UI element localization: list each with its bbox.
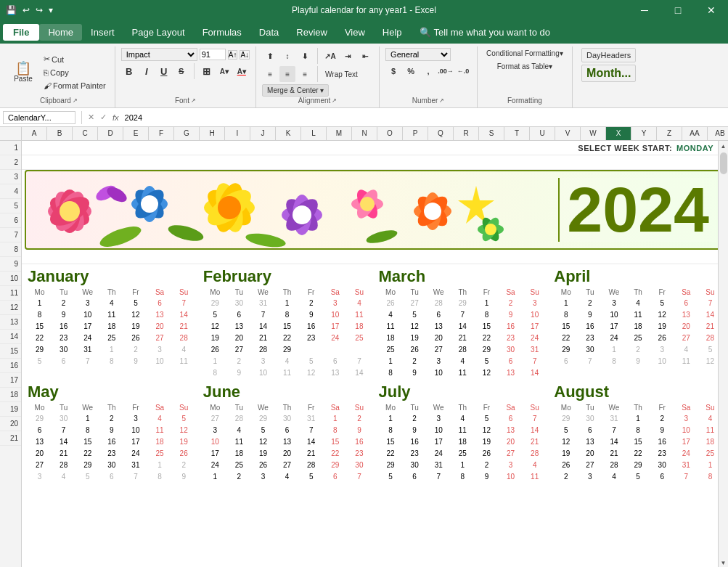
paste-button[interactable]: 📋 Paste	[9, 60, 38, 85]
col-header-B[interactable]: B	[47, 127, 73, 140]
col-header-S[interactable]: S	[479, 127, 504, 140]
border-button[interactable]: ⊞	[199, 63, 215, 79]
dialog-launcher-icon[interactable]: ↗	[73, 97, 78, 104]
col-header-X[interactable]: X	[606, 127, 631, 140]
align-middle-button[interactable]: ↕	[279, 48, 295, 64]
strikethrough-button[interactable]: S	[173, 63, 189, 79]
row-num-8[interactable]: 8	[0, 242, 21, 257]
number-format-select[interactable]: General	[385, 48, 451, 61]
col-header-D[interactable]: D	[98, 127, 123, 140]
col-header-AB[interactable]: AB	[708, 127, 728, 140]
underline-button[interactable]: U	[156, 63, 172, 79]
row-num-9[interactable]: 9	[0, 257, 21, 272]
row-num-13[interactable]: 13	[0, 315, 21, 330]
menu-page-layout[interactable]: Page Layout	[123, 24, 194, 41]
menu-help[interactable]: Help	[374, 24, 411, 41]
col-header-Z[interactable]: Z	[657, 127, 682, 140]
row-num-12[interactable]: 12	[0, 301, 21, 315]
col-header-F[interactable]: F	[149, 127, 174, 140]
close-button[interactable]: ✕	[695, 0, 728, 20]
restore-button[interactable]: □	[661, 0, 695, 20]
fill-color-button[interactable]: A▾	[216, 63, 232, 79]
col-header-C[interactable]: C	[73, 127, 98, 140]
save-icon[interactable]: 💾	[6, 5, 17, 15]
col-header-O[interactable]: O	[377, 127, 403, 140]
align-left-button[interactable]: ≡	[262, 66, 278, 82]
col-header-U[interactable]: U	[530, 127, 555, 140]
italic-button[interactable]: I	[139, 63, 155, 79]
menu-insert[interactable]: Insert	[82, 24, 123, 41]
decrease-decimal-button[interactable]: ←.0	[455, 63, 471, 79]
align-top-button[interactable]: ⬆	[262, 48, 278, 64]
merge-center-button[interactable]: Merge & Center ▾	[262, 84, 329, 97]
col-header-T[interactable]: T	[504, 127, 530, 140]
row-num-7[interactable]: 7	[0, 228, 21, 242]
row-num-15[interactable]: 15	[0, 344, 21, 359]
row-num-17[interactable]: 17	[0, 373, 21, 388]
row-num-5[interactable]: 5	[0, 199, 21, 213]
confirm-icon[interactable]: ✓	[100, 113, 107, 122]
row-num-19[interactable]: 19	[0, 402, 21, 417]
menu-formulas[interactable]: Formulas	[194, 24, 250, 41]
redo-icon[interactable]: ↪	[36, 5, 43, 15]
row-num-18[interactable]: 18	[0, 388, 21, 402]
undo-icon[interactable]: ↩	[23, 5, 30, 15]
row-num-1[interactable]: 1	[0, 141, 21, 155]
row-num-21[interactable]: 21	[0, 431, 21, 446]
row-num-10[interactable]: 10	[0, 272, 21, 286]
cancel-icon[interactable]: ✕	[88, 113, 94, 122]
number-dialog-icon[interactable]: ↗	[439, 97, 444, 104]
row-num-2[interactable]: 2	[0, 155, 21, 170]
increase-indent-button[interactable]: ⇥	[340, 48, 356, 64]
tell-me-field[interactable]: 🔍 Tell me what you want to do	[411, 24, 559, 41]
font-size-increase[interactable]: A↑	[228, 50, 238, 60]
col-header-Q[interactable]: Q	[428, 127, 454, 140]
currency-button[interactable]: $	[385, 63, 401, 79]
fx-icon[interactable]: fx	[113, 113, 119, 122]
col-header-G[interactable]: G	[174, 127, 200, 140]
percent-button[interactable]: %	[403, 63, 419, 79]
scroll-down-button[interactable]: ▼	[719, 558, 729, 567]
quick-access-toolbar[interactable]: 💾 ↩ ↪ ▾	[6, 5, 53, 15]
format-painter-button[interactable]: 🖌 Format Painter	[41, 80, 109, 91]
copy-button[interactable]: ⎘ Copy	[41, 67, 109, 78]
col-header-V[interactable]: V	[555, 127, 581, 140]
col-header-A[interactable]: A	[22, 127, 47, 140]
vertical-scrollbar[interactable]: ▲ ▼	[718, 141, 728, 567]
customize-icon[interactable]: ▾	[49, 5, 53, 15]
scroll-thumb[interactable]	[720, 152, 727, 174]
format-as-table-button[interactable]: Format as Table▾	[494, 61, 556, 72]
row-num-16[interactable]: 16	[0, 359, 21, 373]
col-header-E[interactable]: E	[123, 127, 149, 140]
col-header-I[interactable]: I	[225, 127, 250, 140]
col-header-H[interactable]: H	[200, 127, 225, 140]
row-num-11[interactable]: 11	[0, 286, 21, 301]
col-header-P[interactable]: P	[403, 127, 428, 140]
col-header-L[interactable]: L	[301, 127, 327, 140]
decrease-indent-button[interactable]: ⇤	[357, 48, 373, 64]
menu-file[interactable]: File	[3, 24, 39, 41]
day-headers-button[interactable]: DayHeaders	[581, 48, 636, 62]
col-header-M[interactable]: M	[327, 127, 352, 140]
menu-data[interactable]: Data	[250, 24, 287, 41]
row-num-3[interactable]: 3	[0, 170, 21, 184]
col-header-K[interactable]: K	[276, 127, 301, 140]
font-size-input[interactable]	[200, 49, 226, 60]
font-dialog-icon[interactable]: ↗	[191, 97, 196, 104]
window-controls[interactable]: ─ □ ✕	[628, 0, 728, 20]
angle-text-button[interactable]: ↗A	[322, 48, 338, 64]
col-header-Y[interactable]: Y	[631, 127, 657, 140]
row-num-6[interactable]: 6	[0, 213, 21, 228]
col-header-J[interactable]: J	[250, 127, 276, 140]
col-header-AA[interactable]: AA	[682, 127, 708, 140]
bold-button[interactable]: B	[121, 63, 137, 79]
comma-button[interactable]: ,	[420, 63, 436, 79]
row-num-4[interactable]: 4	[0, 184, 21, 199]
scroll-up-button[interactable]: ▲	[719, 141, 729, 151]
conditional-formatting-button[interactable]: Conditional Formatting▾	[483, 48, 566, 59]
align-bottom-button[interactable]: ⬇	[297, 48, 313, 64]
font-color-button[interactable]: A▾	[234, 63, 250, 79]
col-header-R[interactable]: R	[454, 127, 479, 140]
col-header-W[interactable]: W	[581, 127, 606, 140]
month-style-button[interactable]: Month...	[581, 65, 636, 82]
